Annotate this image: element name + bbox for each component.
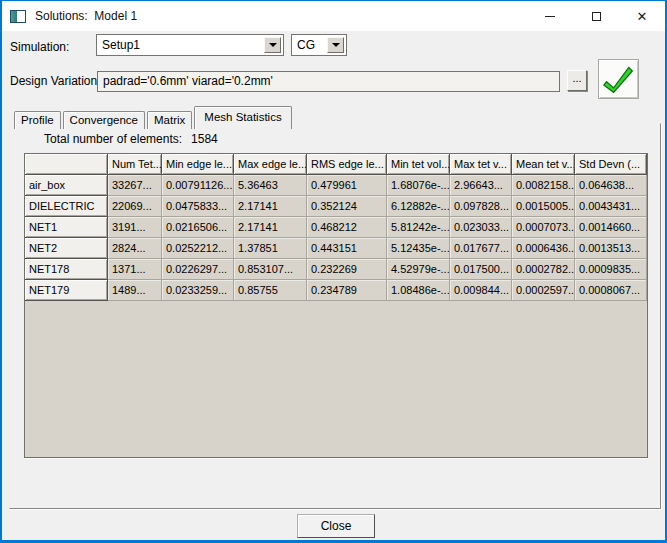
mesh-statistics-table: Num Tet...Min edge le...Max edge le...RM… — [25, 154, 647, 301]
table-cell[interactable]: 0.468212 — [307, 217, 387, 238]
table-cell[interactable]: 0.232269 — [307, 259, 387, 280]
table-cell[interactable]: 0.0233259... — [162, 280, 234, 301]
row-header[interactable]: NET179 — [25, 280, 108, 301]
window-controls: ✕ — [527, 1, 665, 31]
table-cell[interactable]: 0.0009835... — [575, 259, 647, 280]
triangle-down-icon — [332, 43, 340, 47]
table-cell[interactable]: 1.08486e-... — [387, 280, 450, 301]
row-header[interactable]: NET1 — [25, 217, 108, 238]
row-header[interactable]: air_box — [25, 175, 108, 196]
table-cell[interactable]: 0.0226297... — [162, 259, 234, 280]
simulation-combo-value: Setup1 — [102, 38, 264, 52]
maximize-icon — [592, 12, 601, 21]
table-cell[interactable]: 0.017500... — [450, 259, 512, 280]
tab-matrix[interactable]: Matrix — [147, 111, 192, 129]
table-header-row: Num Tet...Min edge le...Max edge le...RM… — [25, 154, 647, 175]
solution-type-combo[interactable]: CG — [291, 34, 347, 56]
table-row: NET13191...0.0216506...2.171410.4682125.… — [25, 217, 647, 238]
table-cell[interactable]: 0.009844... — [450, 280, 512, 301]
table-cell[interactable]: 33267... — [108, 175, 162, 196]
table-cell[interactable]: 0.00791126... — [162, 175, 234, 196]
close-window-button[interactable]: ✕ — [619, 1, 665, 31]
minimize-button[interactable] — [527, 1, 573, 31]
table-cell[interactable]: 0.853107... — [234, 259, 307, 280]
table-cell[interactable]: 0.0006436... — [512, 238, 575, 259]
dropdown-arrow-icon[interactable] — [264, 37, 281, 53]
browse-button[interactable]: ... — [567, 70, 587, 91]
table-row: NET1791489...0.0233259...0.857550.234789… — [25, 280, 647, 301]
column-header[interactable]: Max tet v... — [450, 154, 512, 175]
table-cell[interactable]: 0.097828... — [450, 196, 512, 217]
simulation-combo[interactable]: Setup1 — [96, 34, 284, 56]
table-cell[interactable]: 4.52979e-... — [387, 259, 450, 280]
table-cell[interactable]: 0.85755 — [234, 280, 307, 301]
table-cell[interactable]: 0.0043431... — [575, 196, 647, 217]
table-cell[interactable]: 0.0002597... — [512, 280, 575, 301]
row-header[interactable]: NET2 — [25, 238, 108, 259]
maximize-button[interactable] — [573, 1, 619, 31]
tab-mesh-statistics[interactable]: Mesh Statistics — [194, 106, 291, 129]
table-cell[interactable]: 0.0013513... — [575, 238, 647, 259]
window-title: Solutions: Model 1 — [35, 9, 137, 23]
table-cell[interactable]: 1371... — [108, 259, 162, 280]
valid-solution-button[interactable] — [598, 59, 639, 99]
solutions-dialog: Solutions: Model 1 ✕ Simulation: Setup1 … — [0, 0, 667, 543]
table-cell[interactable]: 0.0216506... — [162, 217, 234, 238]
triangle-down-icon — [269, 43, 277, 47]
table-cell[interactable]: 0.0014660... — [575, 217, 647, 238]
column-header[interactable]: Min tet vol... — [387, 154, 450, 175]
table-cell[interactable]: 5.12435e-... — [387, 238, 450, 259]
table-cell[interactable]: 0.023033... — [450, 217, 512, 238]
table-cell[interactable]: 0.479961 — [307, 175, 387, 196]
table-cell[interactable]: 1.37851 — [234, 238, 307, 259]
table-row: DIELECTRIC22069...0.0475833...2.171410.3… — [25, 196, 647, 217]
table-cell[interactable]: 0.234789 — [307, 280, 387, 301]
table-cell[interactable]: 0.0015005... — [512, 196, 575, 217]
minimize-icon — [545, 16, 555, 17]
row-header[interactable]: NET178 — [25, 259, 108, 280]
column-header[interactable]: Std Devn (... — [575, 154, 647, 175]
table-cell[interactable]: 2.17141 — [234, 196, 307, 217]
table-cell[interactable]: 3191... — [108, 217, 162, 238]
table-cell[interactable]: 0.0002782... — [512, 259, 575, 280]
table-cell[interactable]: 0.443151 — [307, 238, 387, 259]
table-cell[interactable]: 0.0008067... — [575, 280, 647, 301]
table-cell[interactable]: 2.17141 — [234, 217, 307, 238]
row-header[interactable]: DIELECTRIC — [25, 196, 108, 217]
table-cell[interactable]: 5.81242e-... — [387, 217, 450, 238]
table-cell[interactable]: 1.68076e-... — [387, 175, 450, 196]
table-row: NET22824...0.0252212...1.378510.4431515.… — [25, 238, 647, 259]
table-cell[interactable]: 0.0252212... — [162, 238, 234, 259]
table-cell[interactable]: 22069... — [108, 196, 162, 217]
close-button[interactable]: Close — [297, 514, 375, 538]
table-cell[interactable]: 0.064638... — [575, 175, 647, 196]
column-header[interactable]: Min edge le... — [162, 154, 234, 175]
design-variation-field[interactable]: padrad='0.6mm' viarad='0.2mm' — [97, 71, 560, 92]
table-cell[interactable]: 5.36463 — [234, 175, 307, 196]
total-elements-line: Total number of elements:1584 — [44, 132, 218, 146]
column-header[interactable] — [25, 154, 108, 175]
solution-type-combo-value: CG — [297, 38, 327, 52]
tab-profile[interactable]: Profile — [14, 111, 61, 129]
table-cell[interactable]: 2824... — [108, 238, 162, 259]
table-cell[interactable]: 0.017677... — [450, 238, 512, 259]
column-header[interactable]: Max edge le... — [234, 154, 307, 175]
table-row: NET1781371...0.0226297...0.853107...0.23… — [25, 259, 647, 280]
table-cell[interactable]: 0.0475833... — [162, 196, 234, 217]
dropdown-arrow-icon[interactable] — [327, 37, 344, 53]
table-cell[interactable]: 0.352124 — [307, 196, 387, 217]
table-cell[interactable]: 1489... — [108, 280, 162, 301]
tab-convergence[interactable]: Convergence — [63, 111, 145, 129]
close-icon: ✕ — [637, 10, 648, 23]
column-header[interactable]: Num Tet... — [108, 154, 162, 175]
green-checkmark-icon — [603, 63, 635, 95]
table-row: air_box33267...0.00791126...5.364630.479… — [25, 175, 647, 196]
total-elements-value: 1584 — [191, 132, 218, 146]
table-cell[interactable]: 2.96643... — [450, 175, 512, 196]
table-cell[interactable]: 6.12882e-... — [387, 196, 450, 217]
table-cell[interactable]: 0.0082158... — [512, 175, 575, 196]
table-cell[interactable]: 0.0007073... — [512, 217, 575, 238]
column-header[interactable]: RMS edge le... — [307, 154, 387, 175]
column-header[interactable]: Mean tet v... — [512, 154, 575, 175]
title-bar[interactable]: Solutions: Model 1 ✕ — [2, 1, 665, 31]
